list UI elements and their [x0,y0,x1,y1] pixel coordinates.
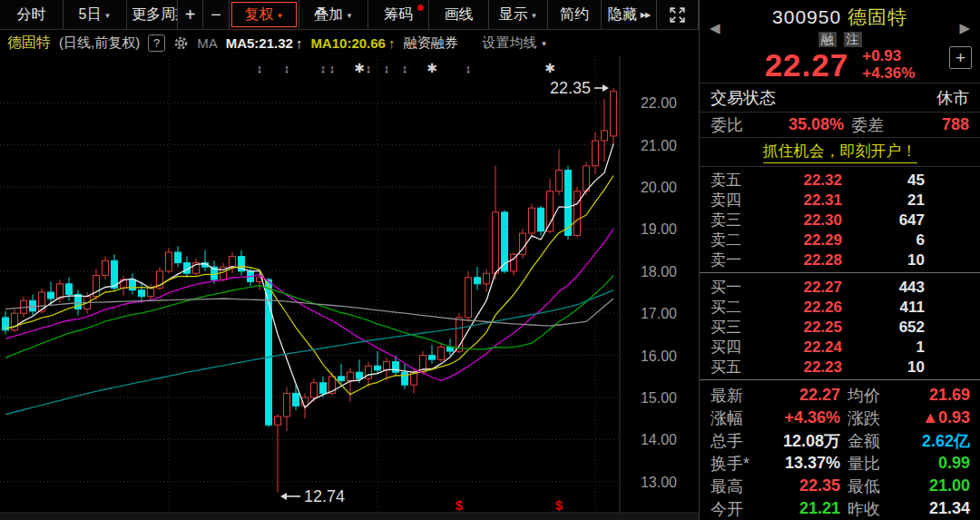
display-button[interactable]: 显示▼ [489,0,548,29]
dividend-marker-icon[interactable]: $ [456,497,464,513]
stat-label: 昨收 [840,498,900,520]
event-marker-icon[interactable]: ↕ [320,62,327,75]
level-volume: 10 [842,251,925,270]
margin-trading-link[interactable]: 融资融券 [403,34,457,52]
level-price: 22.26 [750,299,842,317]
zoom-out-button[interactable]: − [203,0,230,29]
stats-grid: 最新22.27均价21.69涨幅+4.36%涨跌▲0.93总手12.08万金额2… [700,381,980,520]
overlay-button-label: 叠加 [314,5,343,25]
price-change: +0.93 +4.36% [862,48,915,82]
bid-levels: 买一22.27443买二22.26411买三22.25652买四22.241买五… [700,274,980,378]
help-icon[interactable]: ? [148,34,165,52]
quote-panel: ◀ ▶ 300950 德固特 融注 22.27 +0.93 +4.36% + 交… [699,0,980,520]
tab-more-periods[interactable]: 更多周期 [127,0,178,29]
tab-5day[interactable]: 5日▼ [64,0,127,29]
event-marker-icon[interactable]: ✱ [544,61,555,75]
zoom-out-button-label: − [211,5,221,25]
draw-line-button-label: 画线 [445,5,474,25]
weibi-value: 35.08% [752,115,844,134]
stat-value: 22.35 [767,476,840,495]
event-marker-icon[interactable]: ↕ [284,62,290,75]
hide-button[interactable]: 隐藏▶▶ [602,0,657,29]
event-marker-icon[interactable]: ↕ [402,62,408,75]
event-marker-icon[interactable]: ✱ [354,61,365,75]
stat-value: ▲0.93 [900,408,970,427]
y-axis-tick: 20.00 [641,180,677,195]
level-label: 买一 [710,277,750,298]
stat-label: 最新 [710,385,767,407]
weibi-label: 委比 [710,114,752,136]
chevron-down-icon: ▼ [531,12,538,20]
weicha-label: 委差 [844,114,907,136]
level-price: 22.32 [750,172,842,190]
stat-label: 涨跌 [840,407,900,429]
quote-header: ◀ ▶ 300950 德固特 融注 22.27 +0.93 +4.36% + [700,0,980,83]
order-level-row: 卖二22.296 [700,230,980,250]
level-label: 卖三 [710,210,750,231]
level-volume: 21 [842,191,925,210]
candlestick-chart[interactable]: 22.0021.0020.0019.0018.0017.0016.0015.00… [0,56,699,520]
stat-value: 12.08万 [767,430,840,452]
stat-value: 13.37% [767,454,840,473]
level-volume: 6 [842,231,925,250]
level-volume: 647 [842,211,925,230]
display-button-label: 显示 [499,5,528,25]
y-axis-tick: 15.00 [641,390,677,406]
stat-value: 21.34 [900,499,970,518]
chips-button[interactable]: 筹码 [368,0,429,29]
level-label: 买四 [710,337,750,358]
trade-status-value: 休市 [936,87,969,109]
stat-label: 最高 [710,476,767,497]
level-price: 22.25 [750,319,842,337]
stock-code: 300950 [772,6,841,27]
y-axis-tick: 14.00 [641,432,677,447]
ma5-up-arrow-icon: ↑ [296,35,303,51]
fullscreen-icon [669,6,686,24]
event-marker-icon[interactable]: ↕ [466,62,472,75]
draw-line-button[interactable]: 画线 [429,0,489,29]
hide-button-label: 隐藏 [608,5,637,25]
y-axis-tick: 19.00 [641,221,677,237]
level-label: 卖一 [710,250,750,270]
stats-divider [700,379,980,380]
stat-value: +4.36% [767,408,840,427]
order-level-row: 卖三22.30647 [700,210,980,230]
stat-label: 总手 [710,430,767,452]
tab-minute[interactable]: 分时 [0,0,64,29]
stat-row: 最新22.27均价21.69 [700,384,980,407]
level-price: 22.29 [750,231,842,250]
y-axis-tick: 22.00 [641,95,677,111]
stat-value: 21.00 [900,476,970,495]
order-level-row: 卖一22.2810 [700,250,980,270]
ma5-value: MA5:21.32 [226,35,293,51]
weibi-row: 委比 35.08% 委差 788 [700,113,980,138]
zoom-in-button[interactable]: + [178,0,203,29]
low-annotation: 12.74 [304,487,345,505]
prev-stock-button[interactable]: ◀ [710,20,720,36]
add-to-watchlist-button[interactable]: + [949,46,972,69]
level-label: 卖四 [710,190,750,211]
ma-label: MA [197,35,218,51]
level-label: 买三 [710,317,750,338]
adjust-mode-button[interactable]: 复权▼ [230,0,299,29]
simple-mode-button[interactable]: 简约 [548,0,602,29]
adjust-mode-button-label: 复权 [245,5,274,25]
event-marker-icon[interactable]: ✱ [426,61,437,75]
gear-icon[interactable] [173,35,189,51]
stock-name-label: 德固特 [7,34,51,53]
trade-status-label: 交易状态 [710,87,776,109]
overlay-button[interactable]: 叠加▼ [299,0,368,29]
event-marker-icon[interactable]: ↕ [366,62,372,75]
event-marker-icon[interactable]: ↕ [384,62,390,75]
fullscreen-button[interactable] [657,0,699,29]
event-marker-icon[interactable]: ↕ [329,62,336,75]
next-stock-button[interactable]: ▶ [959,20,970,36]
event-marker-icon[interactable]: ↕ [257,62,263,75]
level-volume: 10 [842,358,925,377]
stat-label: 今开 [710,498,767,520]
stock-title: 300950 德固特 [700,0,980,30]
badge-融: 融 [818,32,837,47]
dividend-marker-icon[interactable]: $ [555,497,564,513]
open-account-link[interactable]: 抓住机会，即刻开户！ [763,141,917,163]
ma-settings-button[interactable]: 设置均线 ▼ [482,34,547,52]
